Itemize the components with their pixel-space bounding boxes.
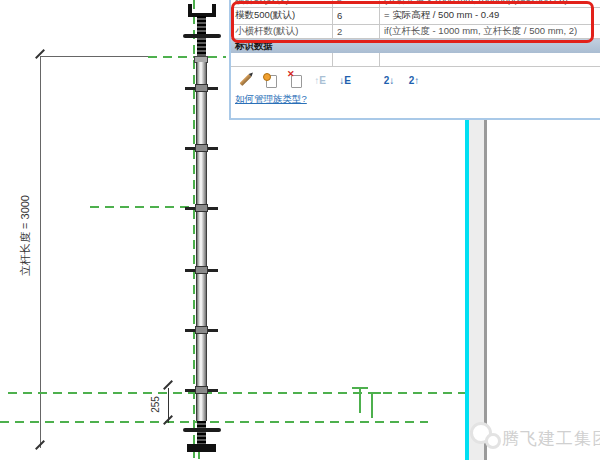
- reference-plane-lower-1[interactable]: [8, 392, 466, 394]
- pole-length-dimension-line[interactable]: [40, 57, 41, 448]
- move-up-icon: ↑E: [314, 75, 326, 86]
- move-parameter-up-button[interactable]: ↑E: [312, 72, 328, 88]
- reference-end-marker-1: [359, 387, 361, 413]
- revit-family-editor-view: 立杆长度 = 3000 255: [0, 0, 600, 460]
- right-column-element[interactable]: [469, 120, 484, 460]
- pole-top-adjusting-nut: [183, 34, 221, 38]
- reference-plane-lower-2[interactable]: [0, 421, 428, 423]
- pole-coupler-hub-5: [195, 326, 208, 334]
- parameter-value-cell[interactable]: 6: [333, 0, 380, 7]
- right-column-edge: [484, 120, 487, 460]
- reference-plane-top[interactable]: [148, 56, 226, 58]
- parameter-value-cell[interactable]: [333, 53, 380, 66]
- sort-descending-icon: 2↑: [409, 75, 420, 86]
- parameter-formula-cell[interactable]: (立杆长度 - 1000 mm, roundup(模数500 / 6): [380, 0, 600, 7]
- parameter-name-cell[interactable]: 模数500(默认): [231, 7, 333, 24]
- delete-parameter-icon: ✕: [291, 75, 302, 88]
- reference-end-marker-2: [371, 392, 373, 418]
- pole-coupler-hub-6: [195, 386, 208, 394]
- pole-length-dimension-label[interactable]: 立杆长度 = 3000: [18, 151, 33, 321]
- pencil-icon: [239, 74, 251, 86]
- parameter-value-cell[interactable]: 2: [333, 24, 380, 38]
- parameter-formula-cell[interactable]: if(立杆长度 - 1000 mm, 立杆长度 / 500 mm, 2): [380, 24, 600, 38]
- parameter-formula-cell[interactable]: = 实际高程 / 500 mm - 0.49: [380, 7, 600, 24]
- parameter-value-cell[interactable]: 6: [333, 7, 380, 24]
- manage-family-types-help-link[interactable]: 如何管理族类型?: [235, 93, 307, 106]
- new-parameter-button[interactable]: [262, 72, 278, 88]
- pole-coupler-hub-4: [195, 266, 208, 274]
- pole-base-plate[interactable]: [187, 444, 216, 452]
- delete-parameter-button[interactable]: ✕: [287, 72, 303, 88]
- sort-descending-button[interactable]: 2↑: [406, 72, 422, 88]
- parameter-row-under-highlight[interactable]: 小横杆数(默认) 2 if(立杆长度 - 1000 mm, 立杆长度 / 500…: [231, 24, 600, 39]
- parameter-name-cell[interactable]: 横杆数(默认): [231, 0, 333, 7]
- pole-bottom-adjusting-nut: [183, 428, 221, 432]
- new-parameter-icon: [266, 75, 277, 88]
- dimension-extension-line-top[interactable]: [40, 56, 150, 57]
- sort-ascending-button[interactable]: 2↓: [381, 72, 397, 88]
- family-types-panel: 横杆数(默认) 6 (立杆长度 - 1000 mm, roundup(模数500…: [229, 0, 600, 120]
- offset-dimension-label[interactable]: 255: [150, 390, 161, 420]
- pole-coupler-hub-1: [195, 84, 208, 92]
- edit-parameter-button[interactable]: [237, 72, 253, 88]
- reference-plane-mid[interactable]: [90, 206, 190, 208]
- sort-ascending-icon: 2↓: [384, 75, 395, 86]
- identity-data-section-header: 标识数据: [231, 39, 600, 53]
- watermark-text: 腾飞建工集团: [502, 427, 600, 450]
- move-parameter-down-button[interactable]: ↓E: [337, 72, 353, 88]
- pole-bottom-screw-jack[interactable]: [197, 421, 206, 444]
- pole-tube[interactable]: [196, 62, 207, 421]
- parameter-row-modulus500[interactable]: 模数500(默认) 6 = 实际高程 / 500 mm - 0.49: [231, 7, 600, 25]
- pole-coupler-hub-2: [195, 144, 208, 152]
- delete-x-icon: ✕: [287, 70, 295, 79]
- new-badge-dot-icon: [263, 73, 271, 81]
- parameter-formula-cell[interactable]: [380, 53, 600, 66]
- watermark-logo-icon-small: [485, 433, 501, 449]
- parameter-name-cell[interactable]: [231, 53, 333, 66]
- pole-coupler-hub-3: [195, 204, 208, 212]
- parameter-name-cell[interactable]: 小横杆数(默认): [231, 24, 333, 38]
- identity-data-empty-row[interactable]: [231, 53, 600, 67]
- parameter-toolbar: ✕ ↑E ↓E 2↓ 2↑: [237, 71, 422, 89]
- move-down-icon: ↓E: [339, 75, 351, 86]
